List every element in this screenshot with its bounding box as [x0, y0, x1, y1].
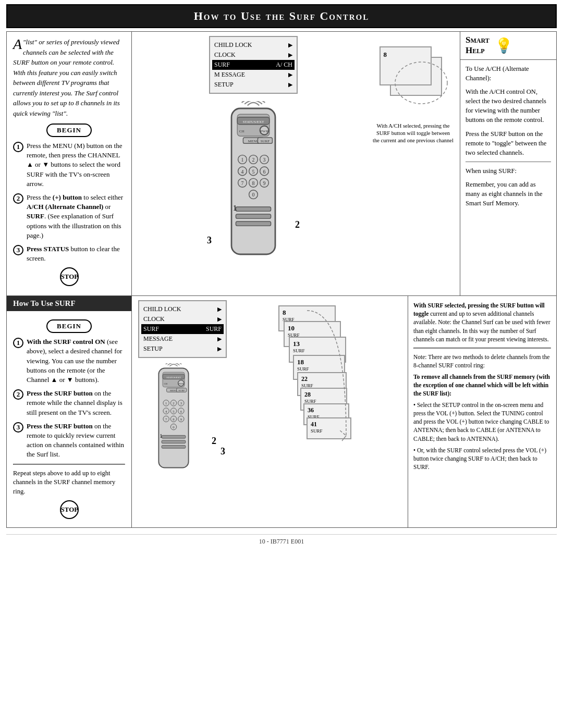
svg-text:2: 2	[252, 157, 255, 163]
surf-ch-6: 28	[304, 391, 343, 399]
remote-image-top: STATUS/EXT PWR CH MENU SURF	[217, 101, 290, 262]
sh-p4: When using SURF:	[466, 166, 551, 176]
bottom-right-panel: With SURF selected, pressing the SURF bu…	[408, 296, 556, 527]
osd-row-childlock-bottom: CHILD LOCK ▶	[143, 304, 222, 314]
smart-help-panel: SmartHelp 💡 To Use A/CH (Alternate Chann…	[460, 32, 556, 295]
step-num-2-top: 2	[13, 193, 23, 204]
smart-help-content: To Use A/CH (Alternate Channel): With th…	[460, 60, 556, 217]
delete-method1-text: • Select the SETUP control in the on-scr…	[413, 401, 551, 442]
svg-rect-32	[236, 214, 271, 218]
osd-arrow-childlock-top: ▶	[288, 42, 292, 48]
top-middle-panel: CHILD LOCK ▶ CLOCK ▶ SURF A/ CH M ESSA	[135, 32, 457, 295]
svg-text:STATUS/EXT: STATUS/EXT	[243, 120, 264, 124]
osd-arrow-clock-top: ▶	[288, 52, 292, 58]
step-2-top: 2 Press the (+) button to select either …	[13, 193, 125, 240]
finger-label-3-bottom: 3	[221, 446, 225, 457]
ach-display-col: 10 8 With A/CH selected, pressing the SU…	[373, 36, 454, 262]
osd-label-setup-top: SETUP	[214, 81, 234, 89]
osd-row-message-top: M ESSAGE ▶	[214, 70, 292, 80]
osd-label-message-bottom: MESSAGE	[143, 335, 173, 343]
osd-label-childlock-bottom: CHILD LOCK	[143, 305, 181, 313]
delete-method2-text: • Or, with the SURF control selected pre…	[413, 446, 551, 471]
stop-badge-bottom: STOP	[13, 500, 125, 519]
surf-box-8: 41 SURF	[307, 417, 351, 439]
osd-label-message-top: M ESSAGE	[214, 71, 245, 79]
svg-rect-68	[162, 440, 186, 443]
svg-text:1: 1	[241, 157, 244, 163]
svg-text:1: 1	[160, 433, 162, 439]
bulb-icon: 💡	[495, 37, 513, 54]
surf-ch-2: 10	[288, 324, 337, 332]
osd-row-surf-bottom: SURF SURF	[141, 324, 224, 334]
sh-divider	[466, 162, 551, 162]
svg-text:9: 9	[263, 180, 266, 186]
bottom-section-header: How To Use SURF	[7, 296, 131, 311]
stop-label-bottom: STOP	[60, 500, 79, 519]
step-text-3-top: Press STATUS button to clear the screen.	[27, 244, 125, 263]
surf-label-3: SURF	[293, 348, 342, 353]
remote-area-bottom: STATUS/EXT PWR CH MENU SURF 1 2	[140, 363, 225, 473]
svg-text:5: 5	[252, 169, 255, 175]
svg-text:7: 7	[241, 180, 244, 186]
svg-text:SURF: SURF	[178, 389, 185, 392]
step-num-2-bottom: 2	[13, 389, 23, 400]
top-left-panel: A"list" or series of previously viewed c…	[7, 32, 132, 295]
svg-rect-67	[162, 436, 186, 439]
osd-arrow-setup-top: ▶	[288, 81, 292, 88]
svg-rect-31	[236, 207, 271, 211]
step-text-3-bottom: Press the SURF button on the remote to q…	[27, 422, 125, 460]
surf-channel-stack: 8 SURF 10 SURF 13 SURF 18	[278, 305, 354, 472]
osd-row-clock-top: CLOCK ▶	[214, 50, 292, 60]
step-2-bottom: 2 Press the SURF button on the remote wh…	[13, 389, 125, 417]
surf-ch-5: 22	[301, 375, 342, 383]
svg-text:0: 0	[252, 192, 255, 198]
svg-text:SURF: SURF	[261, 139, 270, 143]
surf-ch-1: 8	[283, 309, 332, 317]
drop-cap: A	[13, 37, 22, 52]
step-num-3-bottom: 3	[13, 422, 23, 433]
osd-value-surf-top: A/ CH	[276, 61, 292, 69]
svg-point-35	[395, 62, 447, 104]
sh-p1: To Use A/CH (Alternate Channel):	[466, 64, 551, 83]
svg-rect-33	[236, 221, 271, 226]
ach-dashed-circle	[374, 41, 452, 119]
smart-help-title: SmartHelp	[466, 35, 489, 56]
svg-text:1: 1	[165, 401, 167, 405]
finger-label-2: 2	[295, 219, 300, 230]
surf-osd-col: CHILD LOCK ▶ CLOCK ▶ SURF SURF MESSAGE	[138, 300, 227, 473]
surf-label-4: SURF	[297, 366, 341, 372]
begin-badge-top: BEGIN	[13, 124, 125, 137]
step-num-3-top: 3	[13, 245, 23, 255]
remote-area-top: 3 STATUS/EXT PWR	[207, 101, 300, 262]
stop-label-top: STOP	[60, 267, 79, 286]
osd-arrow-message-top: ▶	[288, 71, 292, 78]
step-1-bottom: 1 With the SURF control ON (see above), …	[13, 337, 125, 385]
osd-value-surf-bottom: SURF	[206, 325, 222, 333]
delete-method1-bold: To remove all channels from the SURF mem…	[413, 373, 551, 398]
begin-label: BEGIN	[46, 124, 92, 137]
smart-help-header: SmartHelp 💡	[460, 32, 556, 60]
ach-caption: With A/CH selected, pressing the SURF bu…	[373, 122, 454, 145]
osd-label-clock-top: CLOCK	[214, 51, 236, 59]
step-num-1-top: 1	[13, 142, 23, 152]
remote-image-bottom: STATUS/EXT PWR CH MENU SURF 1 2	[140, 363, 207, 473]
osd-menu-top: CHILD LOCK ▶ CLOCK ▶ SURF A/ CH M ESSA	[209, 36, 298, 94]
svg-text:STATUS/EXT: STATUS/EXT	[166, 376, 181, 379]
bottom-left-panel: How To Use SURF BEGIN 1 With the SURF co…	[7, 296, 132, 527]
surf-ch-7: 36	[308, 406, 345, 414]
osd-row-clock-bottom: CLOCK ▶	[143, 314, 222, 324]
svg-text:1: 1	[233, 203, 237, 212]
step-text-2-bottom: Press the SURF button on the remote whil…	[27, 389, 125, 417]
osd-label-surf-top: SURF	[214, 61, 230, 69]
surf-caption-text: With SURF selected, pressing the SURF bu…	[413, 301, 551, 343]
intro-text: A"list" or series of previously viewed c…	[13, 37, 125, 118]
osd-arrow-childlock-bottom: ▶	[217, 306, 222, 313]
note-text: Note: There are two methods to delete ch…	[413, 353, 551, 369]
begin-badge-bottom: BEGIN	[13, 319, 125, 333]
surf-ch-8: 41	[311, 421, 347, 428]
surf-label-8: SURF	[311, 428, 347, 434]
osd-label-setup-bottom: SETUP	[143, 345, 163, 353]
step-num-1-bottom: 1	[13, 338, 23, 348]
repeat-text: Repeat steps above to add up to eight ch…	[13, 469, 125, 497]
osd-arrow-setup-bottom: ▶	[217, 346, 222, 352]
